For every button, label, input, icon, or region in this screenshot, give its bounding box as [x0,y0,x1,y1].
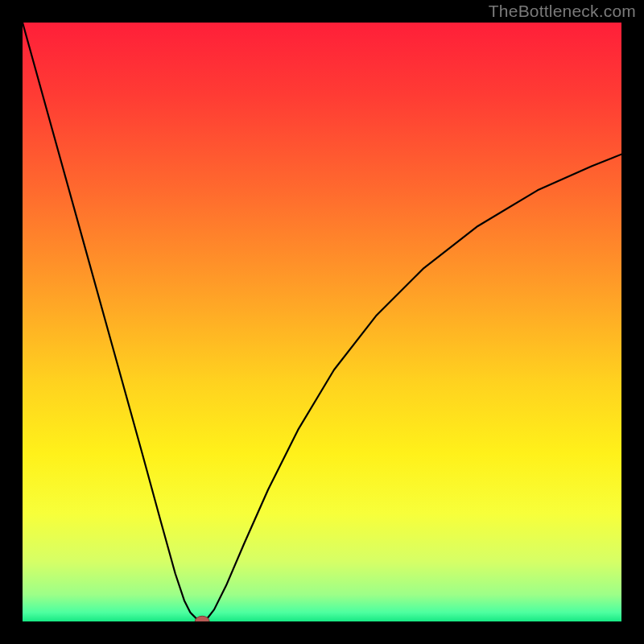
plot-area [23,23,621,621]
plot-svg [23,23,621,621]
watermark-label: TheBottleneck.com [489,2,636,21]
gradient-background [23,23,621,621]
chart-frame: TheBottleneck.com [0,0,644,644]
